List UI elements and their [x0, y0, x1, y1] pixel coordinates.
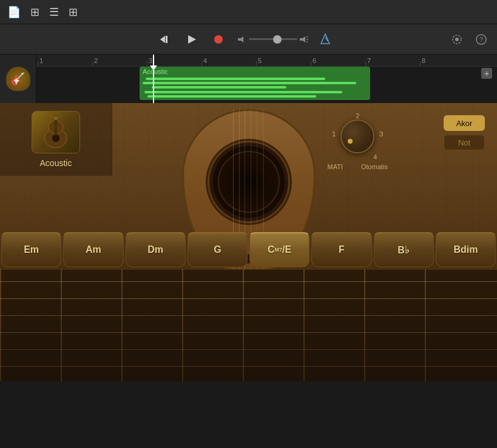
fret-5 [303, 269, 305, 381]
track-region[interactable]: Acoustic [140, 67, 370, 100]
new-document-icon[interactable]: 📄 [7, 5, 21, 19]
chord-f[interactable]: F [311, 232, 371, 267]
svg-line-8 [306, 41, 308, 42]
akor-button[interactable]: Akor [444, 115, 485, 131]
chord-g[interactable]: G [188, 232, 248, 267]
ruler-mark-8: 8 [420, 55, 425, 66]
ruler: 1 2 3 4 5 6 7 8 [36, 55, 497, 67]
chord-cm7e[interactable]: CM7/E [249, 232, 309, 267]
svg-line-6 [306, 36, 308, 38]
ruler-mark-7: 7 [365, 55, 371, 66]
toolbar: 📄 ⊞ ☰ ⊞ [0, 0, 497, 24]
knob-num-4: 4 [373, 153, 377, 161]
string-1 [0, 281, 497, 282]
fret-2 [121, 269, 123, 381]
svg-marker-2 [188, 35, 196, 44]
metronome-button[interactable] [316, 30, 335, 49]
tracks-icon[interactable]: ⊞ [30, 5, 39, 19]
instrument-area: Acoustic 2 1 3 4 [0, 103, 497, 381]
chord-em[interactable]: Em [1, 232, 61, 267]
chord-dm[interactable]: Dm [126, 232, 186, 267]
fret-4 [243, 269, 244, 381]
note-lines [140, 75, 370, 100]
record-button[interactable] [209, 30, 228, 49]
transport-bar: ? [0, 24, 497, 55]
not-button[interactable]: Not [444, 135, 485, 150]
add-track-button[interactable]: + [481, 68, 492, 79]
chord-am[interactable]: Am [63, 232, 123, 267]
svg-point-3 [214, 35, 223, 44]
string-5 [0, 349, 497, 350]
ruler-mark-3: 3 [147, 55, 152, 66]
chord-row: Em Am Dm G CM7/E F B♭ Bdim [0, 230, 497, 269]
track-header: 🎸 [0, 55, 36, 103]
ruler-mark-4: 4 [201, 55, 207, 66]
play-button[interactable] [182, 30, 201, 49]
playhead[interactable] [153, 55, 154, 103]
string-4 [0, 332, 497, 333]
chord-bdim[interactable]: Bdim [436, 232, 496, 267]
string-2 [0, 298, 497, 299]
fret-1 [61, 269, 62, 381]
knob-num-3: 3 [379, 130, 383, 138]
ruler-mark-1: 1 [38, 55, 43, 66]
instrument-selector-panel[interactable]: Acoustic [0, 103, 112, 176]
main-knob[interactable] [340, 119, 374, 153]
rewind-button[interactable] [155, 30, 175, 49]
ruler-mark-2: 2 [92, 55, 98, 66]
help-button[interactable]: ? [472, 30, 491, 49]
string-3 [0, 315, 497, 316]
svg-marker-4 [238, 36, 243, 42]
svg-rect-1 [166, 36, 167, 43]
svg-text:?: ? [479, 36, 483, 43]
ruler-mark-5: 5 [256, 55, 262, 66]
svg-marker-5 [300, 36, 305, 42]
knob-label-row: MATI Otomatis [328, 163, 388, 170]
ruler-mark-6: 6 [311, 55, 316, 66]
mode-buttons: Akor Not [444, 115, 485, 150]
knob-num-2: 2 [356, 112, 359, 119]
knob-label-otomatis: Otomatis [361, 163, 388, 170]
fret-0 [0, 269, 1, 381]
svg-point-11 [455, 38, 459, 41]
fret-7 [425, 269, 426, 381]
svg-point-18 [52, 134, 60, 142]
volume-control[interactable] [238, 35, 308, 44]
instrument-name: Acoustic [40, 158, 72, 168]
track-instrument-icon: 🎸 [6, 67, 30, 91]
fret-3 [182, 269, 183, 381]
string-6 [0, 366, 497, 367]
instrument-thumbnail [32, 111, 80, 153]
fretboard [0, 269, 497, 381]
mixer-icon[interactable]: ☰ [49, 5, 59, 19]
timeline-area: 🎸 1 2 3 4 5 6 7 8 Acoustic + [0, 55, 497, 103]
svg-marker-0 [160, 36, 165, 43]
settings-button[interactable] [447, 30, 467, 49]
knob-label-mati: MATI [328, 163, 343, 170]
fret-6 [364, 269, 365, 381]
knob-area: 2 1 3 4 MATI Otomatis [328, 112, 388, 170]
svg-marker-9 [321, 34, 330, 44]
knob-num-1: 1 [332, 130, 336, 138]
eq-icon[interactable]: ⊞ [69, 5, 78, 19]
chord-bb[interactable]: B♭ [374, 232, 434, 267]
